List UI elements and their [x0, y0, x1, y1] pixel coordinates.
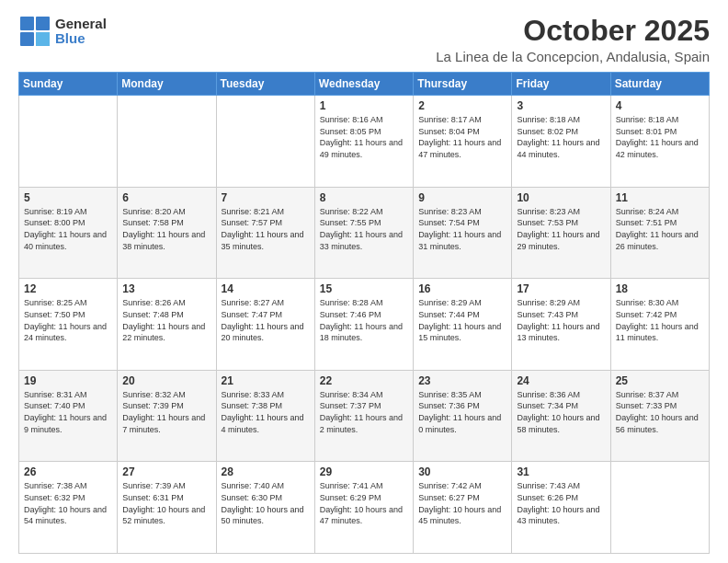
day-number: 12 [24, 282, 112, 295]
cell-content: Sunset: 8:02 PM [517, 126, 605, 138]
cell-content: Sunrise: 8:35 AM [418, 389, 506, 401]
cell-content: Daylight: 11 hours and 15 minutes. [418, 321, 506, 344]
cell-content: Sunset: 6:31 PM [122, 492, 210, 504]
location-title: La Linea de la Concepcion, Andalusia, Sp… [436, 49, 710, 64]
cell-content: Sunset: 7:33 PM [616, 400, 704, 412]
cell-content: Daylight: 10 hours and 47 minutes. [320, 504, 408, 527]
day-number: 30 [418, 465, 506, 478]
cell-content: Sunset: 7:36 PM [418, 400, 506, 412]
cell-content: Sunrise: 8:18 AM [616, 114, 704, 126]
calendar-cell: 19Sunrise: 8:31 AMSunset: 7:40 PMDayligh… [19, 370, 118, 462]
cell-content: Daylight: 11 hours and 40 minutes. [24, 229, 112, 252]
calendar-cell: 15Sunrise: 8:28 AMSunset: 7:46 PMDayligh… [314, 279, 413, 371]
cell-content: Daylight: 11 hours and 24 minutes. [24, 321, 112, 344]
cell-content: Sunrise: 8:32 AM [122, 389, 210, 401]
cell-content: Daylight: 11 hours and 31 minutes. [418, 229, 506, 252]
cell-content: Sunset: 7:47 PM [222, 309, 310, 321]
cell-content: Sunrise: 8:26 AM [122, 297, 210, 309]
day-number: 18 [616, 282, 704, 295]
day-number: 10 [517, 191, 605, 204]
title-block: October 2025 La Linea de la Concepcion, … [436, 15, 710, 64]
svg-rect-2 [20, 32, 34, 46]
cell-content: Sunset: 7:57 PM [222, 217, 310, 229]
day-number: 24 [517, 374, 605, 387]
header-wednesday: Wednesday [314, 73, 413, 96]
day-number: 6 [122, 191, 210, 204]
cell-content: Sunset: 7:53 PM [517, 217, 605, 229]
cell-content: Daylight: 10 hours and 43 minutes. [517, 504, 605, 527]
cell-content: Sunset: 7:43 PM [517, 309, 605, 321]
calendar-cell: 22Sunrise: 8:34 AMSunset: 7:37 PMDayligh… [314, 370, 413, 462]
logo: General Blue [18, 15, 107, 48]
calendar-cell: 17Sunrise: 8:29 AMSunset: 7:43 PMDayligh… [512, 279, 610, 371]
header-sunday: Sunday [19, 73, 118, 96]
calendar-cell: 13Sunrise: 8:26 AMSunset: 7:48 PMDayligh… [118, 279, 216, 371]
cell-content: Sunset: 7:51 PM [616, 217, 704, 229]
cell-content: Daylight: 10 hours and 56 minutes. [616, 412, 704, 435]
calendar-cell: 27Sunrise: 7:39 AMSunset: 6:31 PMDayligh… [118, 462, 216, 554]
day-number: 31 [517, 465, 605, 478]
calendar-cell: 5Sunrise: 8:19 AMSunset: 8:00 PMDaylight… [19, 187, 118, 279]
cell-content: Sunset: 6:32 PM [24, 492, 112, 504]
calendar-cell [610, 462, 709, 554]
calendar-week-1: 1Sunrise: 8:16 AMSunset: 8:05 PMDaylight… [19, 96, 710, 188]
calendar-cell: 25Sunrise: 8:37 AMSunset: 7:33 PMDayligh… [610, 370, 709, 462]
day-number: 9 [418, 191, 506, 204]
cell-content: Sunrise: 8:20 AM [122, 206, 210, 218]
cell-content: Sunrise: 8:34 AM [320, 389, 408, 401]
day-number: 19 [24, 374, 112, 387]
header-monday: Monday [118, 73, 216, 96]
cell-content: Sunset: 6:30 PM [222, 492, 310, 504]
cell-content: Daylight: 11 hours and 7 minutes. [122, 412, 210, 435]
day-number: 8 [320, 191, 408, 204]
cell-content: Daylight: 11 hours and 38 minutes. [122, 229, 210, 252]
day-number: 22 [320, 374, 408, 387]
calendar-cell: 1Sunrise: 8:16 AMSunset: 8:05 PMDaylight… [314, 96, 413, 188]
cell-content: Daylight: 11 hours and 49 minutes. [320, 137, 408, 160]
day-number: 7 [222, 191, 310, 204]
cell-content: Sunrise: 8:17 AM [418, 114, 506, 126]
calendar-cell: 4Sunrise: 8:18 AMSunset: 8:01 PMDaylight… [610, 96, 709, 188]
cell-content: Sunrise: 7:40 AM [222, 480, 310, 492]
calendar-cell: 8Sunrise: 8:22 AMSunset: 7:55 PMDaylight… [314, 187, 413, 279]
calendar-week-4: 19Sunrise: 8:31 AMSunset: 7:40 PMDayligh… [19, 370, 710, 462]
calendar-week-2: 5Sunrise: 8:19 AMSunset: 8:00 PMDaylight… [19, 187, 710, 279]
calendar-cell: 20Sunrise: 8:32 AMSunset: 7:39 PMDayligh… [118, 370, 216, 462]
cell-content: Sunrise: 8:29 AM [418, 297, 506, 309]
cell-content: Daylight: 10 hours and 52 minutes. [122, 504, 210, 527]
cell-content: Sunset: 6:27 PM [418, 492, 506, 504]
month-title: October 2025 [436, 15, 710, 47]
cell-content: Sunrise: 8:36 AM [517, 389, 605, 401]
cell-content: Sunset: 7:54 PM [418, 217, 506, 229]
cell-content: Sunrise: 8:37 AM [616, 389, 704, 401]
cell-content: Daylight: 11 hours and 44 minutes. [517, 137, 605, 160]
cell-content: Sunset: 7:42 PM [616, 309, 704, 321]
cell-content: Sunset: 6:29 PM [320, 492, 408, 504]
day-number: 1 [320, 99, 408, 112]
cell-content: Sunrise: 8:25 AM [24, 297, 112, 309]
calendar-cell: 31Sunrise: 7:43 AMSunset: 6:26 PMDayligh… [512, 462, 610, 554]
day-number: 29 [320, 465, 408, 478]
calendar-cell [118, 96, 216, 188]
day-number: 13 [122, 282, 210, 295]
cell-content: Daylight: 11 hours and 0 minutes. [418, 412, 506, 435]
cell-content: Daylight: 11 hours and 35 minutes. [222, 229, 310, 252]
cell-content: Sunset: 6:26 PM [517, 492, 605, 504]
day-number: 25 [616, 374, 704, 387]
cell-content: Sunset: 7:48 PM [122, 309, 210, 321]
cell-content: Sunset: 8:00 PM [24, 217, 112, 229]
cell-content: Sunrise: 7:38 AM [24, 480, 112, 492]
cell-content: Daylight: 11 hours and 22 minutes. [122, 321, 210, 344]
cell-content: Daylight: 11 hours and 42 minutes. [616, 137, 704, 160]
header-saturday: Saturday [610, 73, 709, 96]
cell-content: Daylight: 11 hours and 29 minutes. [517, 229, 605, 252]
day-number: 17 [517, 282, 605, 295]
day-number: 28 [222, 465, 310, 478]
cell-content: Sunset: 7:39 PM [122, 400, 210, 412]
calendar-cell: 10Sunrise: 8:23 AMSunset: 7:53 PMDayligh… [512, 187, 610, 279]
cell-content: Sunrise: 7:42 AM [418, 480, 506, 492]
day-number: 2 [418, 99, 506, 112]
cell-content: Daylight: 11 hours and 9 minutes. [24, 412, 112, 435]
day-number: 23 [418, 374, 506, 387]
cell-content: Daylight: 11 hours and 20 minutes. [222, 321, 310, 344]
